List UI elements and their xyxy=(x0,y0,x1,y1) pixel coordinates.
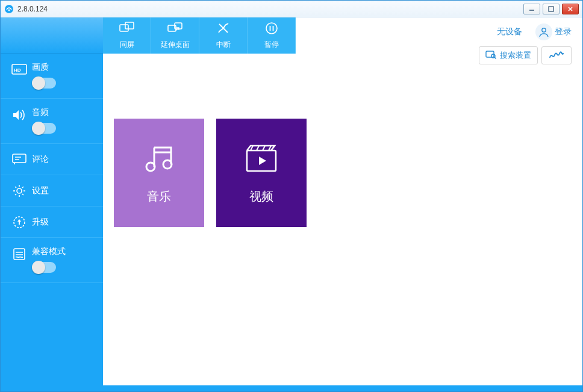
svg-text:HD: HD xyxy=(14,67,21,73)
pause-icon xyxy=(265,22,278,37)
tiles-area: 音乐 视频 xyxy=(103,54,582,227)
window-title: 2.8.0.124 xyxy=(17,5,523,13)
login-button[interactable]: 登录 xyxy=(535,23,572,40)
window-controls xyxy=(523,4,579,14)
music-tile[interactable]: 音乐 xyxy=(114,119,204,227)
upgrade-icon xyxy=(11,214,27,230)
music-icon xyxy=(141,142,177,175)
extend-label: 延伸桌面 xyxy=(161,40,190,50)
wave-icon xyxy=(549,50,564,61)
svg-point-11 xyxy=(17,188,22,193)
search-device-label: 搜索装置 xyxy=(500,50,531,61)
hd-icon: HD xyxy=(11,62,27,78)
login-label: 登录 xyxy=(555,26,572,37)
sidebar-item-compat[interactable]: 兼容模式 xyxy=(1,238,103,283)
toggle-knob xyxy=(32,261,45,274)
compat-icon xyxy=(11,246,27,262)
svg-rect-21 xyxy=(14,249,25,260)
comment-icon xyxy=(11,152,27,167)
svg-line-33 xyxy=(494,57,496,59)
interrupt-icon xyxy=(217,22,230,37)
video-tile[interactable]: 视频 xyxy=(216,119,307,227)
svg-rect-8 xyxy=(13,154,26,163)
svg-rect-23 xyxy=(125,22,134,29)
extend-button[interactable]: 延伸桌面 xyxy=(151,17,199,54)
titlebar: 2.8.0.124 xyxy=(1,1,582,17)
no-device-label: 无设备 xyxy=(497,26,522,37)
pause-label: 暂停 xyxy=(264,40,279,50)
sidebar-label-settings: 设置 xyxy=(32,185,49,196)
interrupt-label: 中断 xyxy=(216,40,231,50)
gear-icon xyxy=(11,183,27,199)
svg-line-17 xyxy=(22,194,23,195)
sidebar-item-comment[interactable]: 评论 xyxy=(1,144,103,175)
top-right-controls: 无设备 登录 搜索装置 xyxy=(479,23,572,64)
pause-button[interactable]: 暂停 xyxy=(248,17,296,54)
svg-point-1 xyxy=(8,9,10,11)
sidebar-label-upgrade: 升级 xyxy=(32,217,49,228)
sidebar-label-audio: 音频 xyxy=(32,107,56,118)
svg-point-0 xyxy=(5,5,13,13)
svg-rect-3 xyxy=(549,7,553,11)
compat-toggle[interactable] xyxy=(32,262,56,273)
svg-line-16 xyxy=(15,187,16,188)
wave-button[interactable] xyxy=(541,46,572,64)
search-device-icon xyxy=(485,50,496,61)
sidebar-label-comment: 评论 xyxy=(32,154,49,165)
mirror-label: 同屏 xyxy=(120,40,134,50)
app-window: 2.8.0.124 HD 画质 xyxy=(0,0,583,392)
app-body: HD 画质 音频 xyxy=(1,17,582,385)
svg-line-19 xyxy=(15,194,16,195)
mirror-icon xyxy=(119,22,135,37)
svg-point-30 xyxy=(542,28,546,32)
logo-area xyxy=(1,17,103,54)
speaker-icon xyxy=(11,107,27,123)
main-area: 同屏 延伸桌面 中断 暂停 无设备 xyxy=(103,17,582,385)
extend-icon xyxy=(167,22,183,37)
svg-line-26 xyxy=(219,24,228,33)
sidebar-item-audio[interactable]: 音频 xyxy=(1,99,103,144)
svg-rect-22 xyxy=(120,25,128,31)
sidebar: HD 画质 音频 xyxy=(1,17,103,385)
mirror-button[interactable]: 同屏 xyxy=(103,17,151,54)
close-button[interactable] xyxy=(562,4,579,14)
sidebar-label-quality: 画质 xyxy=(32,62,56,73)
toggle-knob xyxy=(32,122,45,135)
svg-line-18 xyxy=(22,187,23,188)
search-device-button[interactable]: 搜索装置 xyxy=(479,46,538,64)
maximize-button[interactable] xyxy=(543,4,560,14)
app-icon xyxy=(4,4,14,14)
sidebar-item-quality[interactable]: HD 画质 xyxy=(1,54,103,99)
interrupt-button[interactable]: 中断 xyxy=(199,17,248,54)
sidebar-item-settings[interactable]: 设置 xyxy=(1,175,103,207)
sidebar-item-upgrade[interactable]: 升级 xyxy=(1,207,103,238)
quality-toggle[interactable] xyxy=(32,78,56,89)
user-icon xyxy=(535,23,552,40)
sidebar-label-compat: 兼容模式 xyxy=(32,246,66,257)
audio-toggle[interactable] xyxy=(32,123,56,134)
toggle-knob xyxy=(32,76,45,90)
svg-point-27 xyxy=(266,23,277,34)
music-label: 音乐 xyxy=(147,188,171,205)
video-label: 视频 xyxy=(249,188,273,205)
footer-bar xyxy=(1,385,582,391)
minimize-button[interactable] xyxy=(523,4,540,14)
video-icon xyxy=(243,142,279,175)
